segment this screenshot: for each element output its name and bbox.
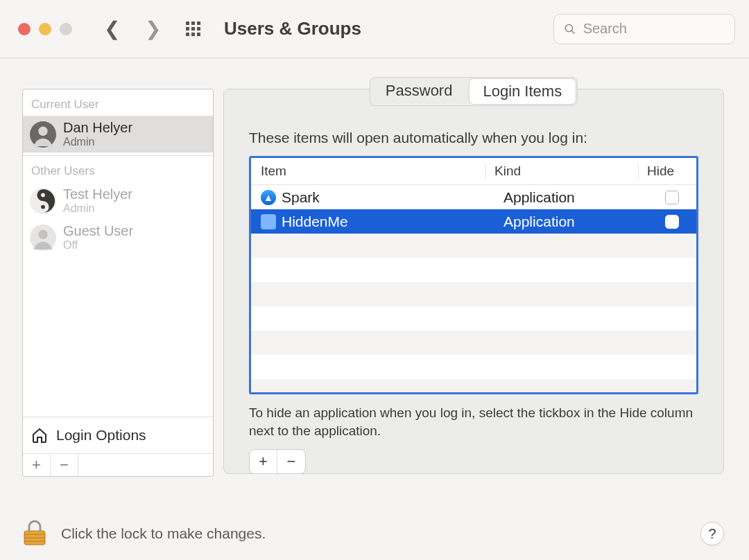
item-name: HiddenMe: [282, 213, 348, 230]
svg-point-0: [565, 24, 572, 31]
user-role: Off: [63, 239, 133, 252]
table-row: [251, 355, 696, 379]
sidebar-user-current[interactable]: Dan Helyer Admin: [23, 116, 213, 152]
table-header: Item Kind Hide: [251, 158, 696, 185]
search-icon: [564, 22, 576, 36]
col-kind[interactable]: Kind: [485, 164, 638, 179]
search-field[interactable]: [553, 14, 735, 44]
add-login-item-button[interactable]: +: [250, 450, 277, 473]
col-hide[interactable]: Hide: [638, 164, 687, 179]
lock-icon[interactable]: [22, 518, 47, 549]
search-input[interactable]: [583, 21, 725, 37]
table-row: [251, 306, 696, 331]
tab-login-items[interactable]: Login Items: [468, 78, 576, 105]
sidebar-section-other: Other Users: [23, 156, 213, 182]
avatar: [30, 121, 56, 148]
col-item[interactable]: Item: [261, 164, 485, 179]
remove-user-button[interactable]: −: [51, 454, 78, 476]
tab-bar: Password Login Items: [370, 77, 578, 106]
tab-password[interactable]: Password: [370, 78, 468, 105]
app-icon: ▲: [261, 190, 276, 205]
lock-message: Click the lock to make changes.: [61, 525, 266, 542]
hide-checkbox[interactable]: [665, 191, 679, 204]
help-button[interactable]: ?: [700, 522, 724, 545]
table-row: [251, 234, 696, 258]
home-icon: [31, 427, 48, 444]
login-options-label: Login Options: [56, 427, 146, 444]
back-button[interactable]: ❮: [104, 19, 120, 39]
navigation-arrows: ❮ ❯: [104, 19, 161, 39]
login-items-add-remove: + −: [249, 449, 306, 474]
table-row: [251, 282, 696, 306]
user-role: Admin: [63, 202, 132, 215]
sidebar-user-test[interactable]: Test Helyer Admin: [23, 182, 213, 219]
svg-point-3: [38, 126, 47, 135]
item-kind: Application: [495, 213, 648, 230]
add-user-button[interactable]: +: [23, 454, 51, 476]
svg-point-5: [41, 193, 45, 197]
login-items-table[interactable]: Item Kind Hide ▲ Spark Application Hidd: [249, 156, 698, 394]
window-controls: [18, 23, 72, 35]
sidebar-section-current: Current User: [23, 89, 213, 116]
table-row: [251, 258, 696, 282]
table-row[interactable]: ▲ Spark Application: [251, 185, 696, 209]
svg-point-6: [41, 204, 45, 209]
user-name: Test Helyer: [63, 186, 132, 202]
user-name: Guest User: [63, 223, 133, 239]
user-name: Dan Helyer: [63, 120, 132, 136]
user-role: Admin: [63, 136, 132, 148]
table-row: [251, 379, 696, 394]
footer: Click the lock to make changes. ?: [22, 518, 724, 549]
close-window-button[interactable]: [18, 23, 31, 35]
svg-point-8: [38, 229, 47, 238]
toolbar: ❮ ❯ Users & Groups: [0, 0, 749, 58]
login-items-panel: Password Login Items These items will op…: [223, 89, 724, 474]
avatar: [30, 188, 56, 214]
login-items-hint: To hide an application when you log in, …: [249, 404, 698, 439]
zoom-window-button[interactable]: [60, 23, 72, 35]
table-row: [251, 331, 696, 355]
login-items-description: These items will open automatically when…: [249, 130, 698, 146]
sidebar-user-guest[interactable]: Guest User Off: [23, 219, 213, 256]
svg-line-1: [571, 30, 574, 33]
table-row[interactable]: HiddenMe Application: [251, 209, 696, 234]
remove-login-item-button[interactable]: −: [277, 450, 305, 473]
app-icon: [261, 214, 276, 229]
forward-button[interactable]: ❯: [145, 19, 161, 39]
users-sidebar: Current User Dan Helyer Admin Other User…: [22, 89, 214, 477]
item-name: Spark: [282, 189, 320, 206]
hide-checkbox[interactable]: [665, 215, 679, 229]
sidebar-add-remove: + −: [23, 453, 213, 476]
sidebar-login-options[interactable]: Login Options: [23, 417, 213, 453]
window-title: Users & Groups: [224, 18, 361, 40]
avatar: [30, 225, 56, 251]
minimize-window-button[interactable]: [39, 23, 51, 35]
item-kind: Application: [495, 189, 648, 206]
show-all-prefs-button[interactable]: [186, 21, 200, 36]
main-panel: Password Login Items These items will op…: [223, 89, 724, 477]
